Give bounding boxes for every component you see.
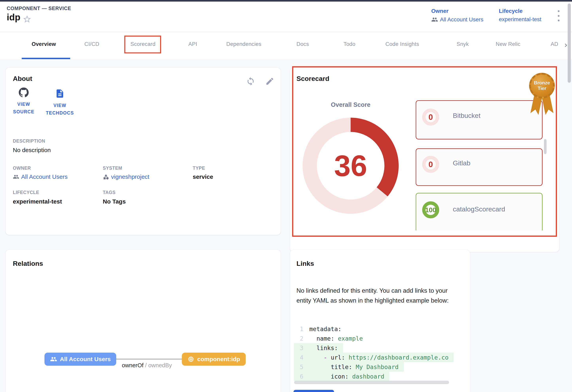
yaml-code-block: 1 metadata: 2 name: example 3 links: 4 -… <box>294 324 470 381</box>
score-ring: 0 <box>422 156 439 173</box>
scorecard-title: Scorecard <box>297 75 329 82</box>
relations-title: Relations <box>13 260 43 267</box>
relation-edge-label: ownerOf / ownedBy <box>105 362 188 369</box>
header-owner-value[interactable]: All Account Users <box>431 16 496 23</box>
code-line-highlighted: 4 - url: https://dashboard.example.co <box>294 353 454 362</box>
system-label: SYSTEM <box>103 165 122 171</box>
view-source-button[interactable]: VIEW SOURCE <box>6 87 42 115</box>
header-owner-group: Owner All Account Users <box>431 8 496 23</box>
tab-code-insights[interactable]: Code Insights <box>385 41 419 47</box>
scorecard-tab-highlight-box <box>124 36 161 53</box>
tab-docs[interactable]: Docs <box>297 41 309 47</box>
edit-pencil-icon[interactable] <box>265 77 274 86</box>
links-empty-text: No links defined for this entity. You ca… <box>297 286 463 306</box>
chip-icon <box>187 356 194 363</box>
score-ring: 100 <box>422 201 439 218</box>
techdocs-document-icon <box>55 89 65 98</box>
tab-dependencies[interactable]: Dependencies <box>226 41 261 47</box>
header-lifecycle-value: experimental-test <box>499 16 564 23</box>
relation-node-component[interactable]: component:idp <box>182 353 246 366</box>
type-value: service <box>193 173 213 180</box>
description-label: DESCRIPTION <box>13 138 45 144</box>
tab-api[interactable]: API <box>188 41 197 47</box>
tab-new-relic[interactable]: New Relic <box>496 41 520 47</box>
lifecycle-value: experimental-test <box>13 198 62 205</box>
relation-edge-line <box>110 359 183 359</box>
github-icon <box>19 87 29 97</box>
bronze-tier-badge: Bronze Tier <box>529 73 556 119</box>
links-bottom-button[interactable] <box>294 390 334 392</box>
description-value: No description <box>13 147 51 153</box>
code-line-highlighted: 5 title: My Dashboard <box>294 362 404 372</box>
tab-snyk[interactable]: Snyk <box>457 41 469 47</box>
about-card: About VIEW SOURCE VIEW TECHDOCS DESCRIPT… <box>5 68 281 235</box>
links-title: Links <box>297 260 314 267</box>
overall-score-gauge: 36 <box>302 118 399 214</box>
group-icon <box>431 16 438 23</box>
active-tab-underline <box>22 58 70 59</box>
code-line: 2 name: example <box>294 334 368 343</box>
scorecard-item-catalogscorecard[interactable]: 100 catalogScorecard <box>416 193 542 230</box>
tags-value: No Tags <box>103 198 126 205</box>
header-lifecycle-label: Lifecycle <box>499 8 564 14</box>
system-link[interactable]: vigneshproject <box>103 173 149 180</box>
group-icon <box>13 174 19 180</box>
tags-label: TAGS <box>103 190 116 195</box>
code-horizontal-scrollbar[interactable] <box>294 381 449 384</box>
tab-overview[interactable]: Overview <box>32 41 56 47</box>
type-label: TYPE <box>193 165 205 171</box>
group-icon <box>50 356 57 363</box>
window-top-bar <box>0 0 572 1</box>
scorecard-item-gitlab[interactable]: 0 Gitlab <box>416 148 542 186</box>
scorecard-items-list: 0 Bitbucket 0 Gitlab 100 catalogScorecar… <box>416 100 543 230</box>
relations-card: Relations All Account Users component:id… <box>5 250 281 392</box>
refresh-icon[interactable] <box>246 77 255 86</box>
code-line: 1 metadata: <box>294 324 347 334</box>
scorecard-item-bitbucket[interactable]: 0 Bitbucket <box>416 100 542 139</box>
overall-score-value: 36 <box>334 149 367 183</box>
scorecard-list-scrollbar[interactable] <box>544 139 546 154</box>
tab-todo[interactable]: Todo <box>344 41 355 47</box>
more-options-kebab-icon[interactable] <box>555 10 562 22</box>
links-card: Links No links defined for this entity. … <box>290 250 470 392</box>
header-owner-label: Owner <box>431 8 496 14</box>
overall-score-label: Overall Score <box>311 101 390 108</box>
system-category-icon <box>103 174 109 180</box>
breadcrumb: COMPONENT — SERVICE <box>7 5 71 11</box>
favorite-star-icon[interactable] <box>23 15 32 24</box>
header-lifecycle-group: Lifecycle experimental-test <box>499 8 564 23</box>
tab-ad-truncated[interactable]: AD <box>551 41 558 47</box>
score-ring: 0 <box>422 109 439 126</box>
owner-label: OWNER <box>13 165 31 171</box>
badge-rosette: Bronze Tier <box>529 73 555 98</box>
view-techdocs-button[interactable]: VIEW TECHDOCS <box>42 89 78 117</box>
code-line-highlighted: 3 links: <box>294 343 343 353</box>
page-scrollbar[interactable] <box>568 3 571 83</box>
tab-cicd[interactable]: CI/CD <box>84 41 99 47</box>
lifecycle-label: LIFECYCLE <box>13 190 39 195</box>
page-title: idp <box>7 12 20 23</box>
about-title: About <box>13 75 32 82</box>
scorecard-card: Scorecard Bronze Tier Overall Score 36 0… <box>290 68 559 252</box>
owner-link[interactable]: All Account Users <box>13 173 68 180</box>
header-divider <box>0 32 572 32</box>
code-line-highlighted: 6 icon: dashboard <box>294 372 389 381</box>
